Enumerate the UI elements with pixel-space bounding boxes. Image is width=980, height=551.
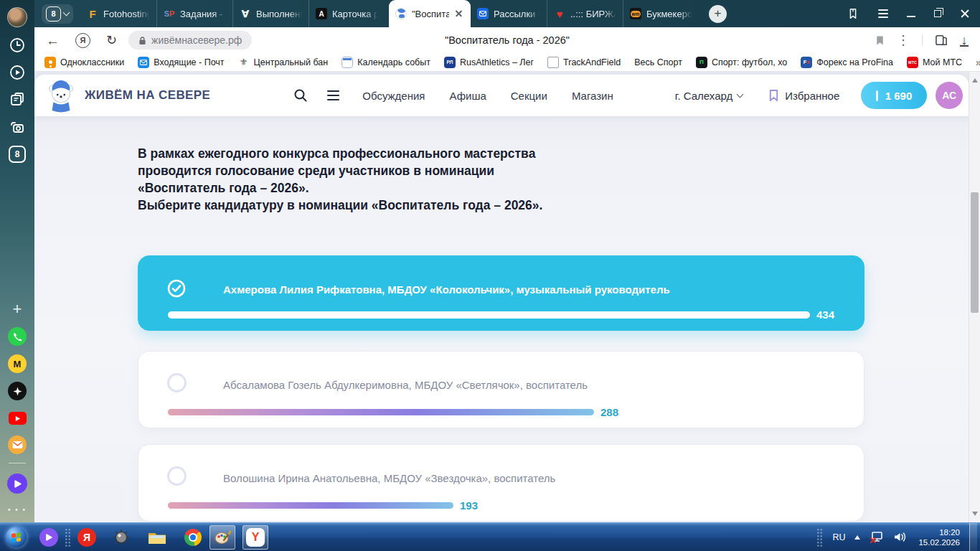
site-menu-icon[interactable] bbox=[327, 90, 339, 100]
nav-afisha[interactable]: Афиша bbox=[450, 90, 486, 102]
tab-bookmaker[interactable]: wm Букмекерск bbox=[623, 0, 699, 27]
vote-option-card[interactable]: Ахмерова Лилия Рифкатовна, МБДОУ «Колоко… bbox=[138, 255, 864, 331]
bookmark-inbox[interactable]: Входящие - Почт bbox=[138, 57, 224, 68]
window-restore-button[interactable] bbox=[934, 10, 941, 17]
city-selector[interactable]: г. Салехард bbox=[675, 90, 743, 102]
tab-tasks[interactable]: SP Задания - о bbox=[156, 0, 232, 27]
side-panel-bookmark-icon[interactable] bbox=[847, 7, 859, 20]
tab-card[interactable]: A Карточка ра bbox=[308, 0, 385, 27]
taskbar-separator bbox=[65, 528, 71, 547]
m-service-button[interactable]: M bbox=[0, 353, 34, 375]
scroll-down-icon[interactable] bbox=[972, 512, 978, 516]
tab-execution[interactable]: ∀ Выполнение bbox=[232, 0, 308, 27]
bookmark-odnoklassniki[interactable]: Одноклассники bbox=[44, 57, 124, 68]
alice-icon bbox=[7, 474, 27, 494]
tray-separator bbox=[816, 528, 823, 547]
bookmark-forex[interactable]: FxФорекс на ProFina bbox=[801, 57, 893, 68]
screenshot-button[interactable] bbox=[0, 116, 34, 138]
bookmark-mts[interactable]: МТСМой МТС bbox=[907, 57, 962, 68]
bookmark-calendar[interactable]: Календарь событ bbox=[341, 57, 430, 68]
fotohosting-favicon: F bbox=[87, 8, 98, 19]
tray-expand-icon[interactable] bbox=[854, 535, 860, 540]
candidate-name: Волошина Ирина Анатольевна, МБДОУ «Звезд… bbox=[223, 472, 555, 484]
taskbar-paint-active[interactable] bbox=[209, 525, 235, 550]
back-button[interactable]: ← bbox=[46, 34, 60, 47]
taskbar-explorer[interactable] bbox=[148, 528, 166, 547]
bookmarks-overflow-button[interactable]: » bbox=[976, 57, 980, 68]
profile-avatar[interactable] bbox=[0, 6, 34, 28]
vote-option-card[interactable]: Волошина Ирина Анатольевна, МБДОУ «Звезд… bbox=[138, 444, 864, 522]
address-bar[interactable]: живёмнасевере.рф bbox=[128, 31, 252, 50]
start-button[interactable] bbox=[6, 527, 27, 547]
collections-icon[interactable] bbox=[935, 34, 948, 46]
sidebar-add-button[interactable]: + bbox=[0, 298, 34, 320]
whatsapp-button[interactable] bbox=[0, 326, 34, 347]
vote-option-card[interactable]: Абсаламова Гозель Абдулкеримовна, МБДОУ … bbox=[138, 351, 864, 428]
radio-icon[interactable] bbox=[167, 466, 187, 486]
bookmark-page-icon[interactable] bbox=[875, 35, 885, 46]
avatar[interactable]: АС bbox=[936, 82, 963, 109]
points-badge[interactable]: 1 690 bbox=[861, 82, 927, 109]
tab-label: "Воспита bbox=[412, 9, 449, 19]
scrollbar-thumb[interactable] bbox=[971, 192, 979, 313]
yandex-home-button[interactable]: Я bbox=[75, 33, 90, 48]
page-scrollbar[interactable] bbox=[969, 72, 980, 522]
tab-fotohosting[interactable]: F Fotohosting bbox=[80, 0, 156, 27]
chrome-icon bbox=[184, 529, 202, 546]
bookmark-sport-football[interactable]: ПСпорт: футбол, хо bbox=[696, 57, 787, 68]
bookmark-central-bank[interactable]: ⚜Центральный бан bbox=[238, 57, 329, 68]
window-close-button[interactable] bbox=[960, 9, 970, 19]
taskbar-minesweeper[interactable] bbox=[112, 528, 131, 547]
sidebar-more-button[interactable]: • • • bbox=[0, 502, 34, 517]
bookmark-ves-sport[interactable]: Весь Спорт bbox=[634, 57, 682, 67]
video-button[interactable] bbox=[0, 62, 34, 83]
search-icon[interactable] bbox=[293, 88, 308, 103]
nav-shop[interactable]: Магазин bbox=[572, 90, 613, 102]
downloads-button[interactable]: ↓ bbox=[960, 34, 969, 47]
documents-icon bbox=[9, 91, 26, 108]
scroll-up-icon[interactable] bbox=[972, 78, 978, 83]
browser-menu-icon[interactable] bbox=[878, 9, 888, 18]
notes-button[interactable] bbox=[0, 89, 34, 110]
nav-discussions[interactable]: Обсуждения bbox=[362, 90, 425, 102]
toolbar-divider bbox=[922, 34, 923, 46]
youtube-button[interactable] bbox=[0, 408, 34, 429]
nav-sections[interactable]: Секции bbox=[511, 90, 547, 102]
mail-button[interactable] bbox=[0, 434, 34, 456]
sparkle-service-button[interactable] bbox=[0, 380, 34, 402]
tray-clock[interactable]: 18:20 15.02.2026 bbox=[918, 527, 960, 547]
site-brand[interactable]: ЖИВЁМ НА СЕВЕРЕ bbox=[85, 88, 210, 103]
bookmark-trackandfield[interactable]: TrackAndField bbox=[547, 57, 621, 68]
eagle-icon: ⚜ bbox=[238, 57, 250, 68]
show-desktop-button[interactable] bbox=[969, 523, 977, 551]
tab-label: Рассылки - bbox=[494, 9, 540, 19]
rusathletics-icon: РЛ bbox=[444, 57, 456, 68]
new-tab-button[interactable]: + bbox=[709, 5, 727, 23]
tab-vote-active[interactable]: "Воспита bbox=[389, 0, 471, 27]
alice-button[interactable] bbox=[0, 472, 34, 495]
volume-icon[interactable] bbox=[893, 531, 907, 543]
refresh-button[interactable]: ↻ bbox=[106, 34, 117, 47]
favorites-link[interactable]: Избранное bbox=[768, 89, 839, 102]
taskbar-yandex[interactable]: Я bbox=[77, 528, 96, 547]
tab-group-pill[interactable]: 8 bbox=[42, 4, 73, 24]
tab-mailings[interactable]: Рассылки - bbox=[471, 0, 547, 27]
window-minimize-button[interactable] bbox=[907, 16, 915, 17]
history-button[interactable] bbox=[0, 34, 34, 56]
tab-counter-button[interactable]: 8 bbox=[0, 143, 34, 165]
intro-paragraph-2: Выберите кандидатуру в номинации «Воспит… bbox=[138, 197, 557, 214]
yandex-icon: Я bbox=[77, 528, 96, 547]
taskbar-yandex-browser-active[interactable]: Y bbox=[242, 525, 268, 550]
more-vertical-icon[interactable]: ⋮ bbox=[897, 34, 910, 47]
tab-close-icon[interactable] bbox=[454, 9, 464, 19]
language-indicator[interactable]: RU bbox=[832, 532, 845, 542]
bookmark-rusathletics[interactable]: РЛRusAthletics – Лег bbox=[444, 57, 534, 68]
network-disconnected-icon[interactable] bbox=[870, 531, 884, 544]
vote-result: 193 bbox=[168, 499, 847, 512]
mail-icon bbox=[8, 435, 27, 454]
radio-icon[interactable] bbox=[167, 373, 187, 392]
taskbar-chrome[interactable] bbox=[184, 528, 202, 547]
taskbar-alice[interactable] bbox=[39, 528, 58, 547]
tray-time: 18:20 bbox=[939, 528, 960, 537]
tab-birzha[interactable]: ♥ ..::: БИРЖА bbox=[547, 0, 623, 27]
